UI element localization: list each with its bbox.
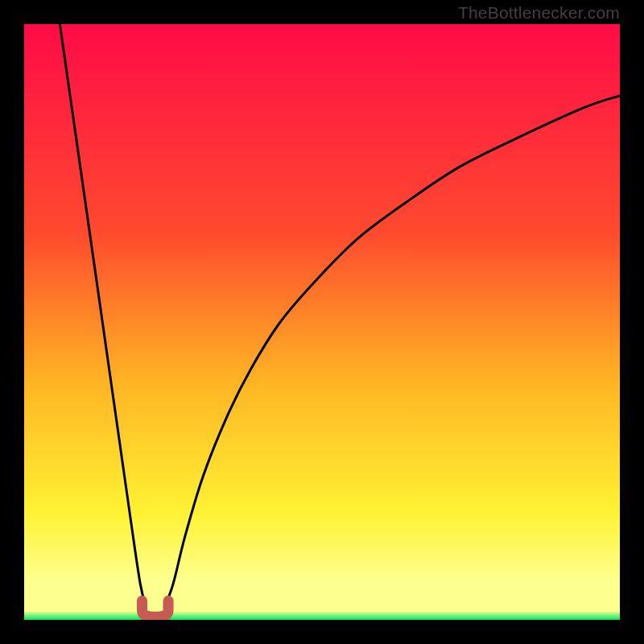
plot-svg: [24, 24, 620, 620]
plot-area: [24, 24, 620, 620]
watermark-text: TheBottlenecker.com: [458, 3, 620, 23]
gradient-background: [24, 24, 620, 620]
chart-frame: TheBottlenecker.com: [0, 0, 644, 644]
